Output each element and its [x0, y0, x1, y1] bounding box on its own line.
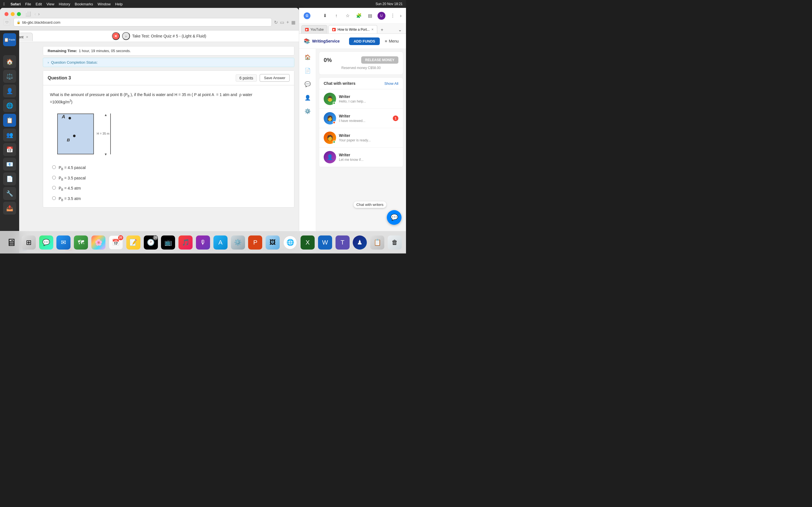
- release-money-button[interactable]: RELEASE MONEY: [361, 56, 398, 64]
- dock-appletv[interactable]: 📺: [160, 235, 176, 250]
- dock-clock[interactable]: 🕐 20: [143, 235, 159, 250]
- service-orders-icon[interactable]: 📄: [302, 65, 313, 76]
- service-writers-icon[interactable]: 👤: [302, 92, 313, 103]
- star-icon[interactable]: ☆: [344, 12, 352, 20]
- dock-reminders[interactable]: 📅 20: [108, 235, 124, 250]
- sidebar-report-icon[interactable]: 📄: [3, 172, 16, 185]
- url-text: bb-gbc.blackboard.com: [22, 20, 60, 24]
- reload-icon[interactable]: ↻: [274, 20, 278, 25]
- radio-opt1[interactable]: [52, 165, 56, 169]
- writer-item-3[interactable]: 🧑 Writer Your paper is ready...: [319, 128, 403, 148]
- tab-howto-close[interactable]: ✕: [371, 28, 373, 31]
- question-status-label: Question Completion Status:: [51, 60, 98, 64]
- menu-button[interactable]: ≡ Menu: [382, 37, 402, 45]
- dock-fileviewer[interactable]: 📋: [369, 235, 385, 250]
- radio-opt3[interactable]: [52, 186, 56, 189]
- back-button[interactable]: ‹: [35, 11, 36, 17]
- sidebar-paste-icon[interactable]: 📋Paste: [3, 33, 16, 46]
- writer-item-1[interactable]: 👨 Writer Hello, I can help...: [319, 89, 403, 109]
- dock-systemprefs[interactable]: ⚙️: [230, 235, 246, 250]
- minimize-window-button[interactable]: [11, 12, 15, 16]
- apple-menu[interactable]: : [3, 2, 5, 6]
- sidebar-upload-icon[interactable]: 📤: [3, 202, 16, 215]
- more-options-icon[interactable]: ⋮: [389, 12, 397, 20]
- dock-notes[interactable]: 📝: [125, 235, 141, 250]
- dock-photos[interactable]: 🌸: [91, 235, 106, 250]
- sidebar-user-icon[interactable]: 👤: [3, 84, 16, 98]
- right-tab-howto[interactable]: ▶ How to Write a Port... ✕: [328, 25, 377, 34]
- download-icon[interactable]: ⬇: [321, 12, 329, 20]
- dock-maps[interactable]: 🗺: [73, 235, 89, 250]
- close-window-button[interactable]: [4, 12, 8, 16]
- fullscreen-window-button[interactable]: [17, 12, 21, 16]
- extension-icon[interactable]: 🧩: [355, 12, 363, 20]
- radio-opt2[interactable]: [52, 176, 56, 179]
- sidebar-toggle-icon[interactable]: ⬜: [26, 11, 31, 17]
- option-4[interactable]: PB = 3.5 atm: [52, 196, 285, 202]
- share-icon[interactable]: ↑: [333, 12, 340, 20]
- save-answer-button[interactable]: Save Answer: [260, 74, 290, 82]
- question-status-bar[interactable]: › Question Completion Status:: [43, 58, 294, 67]
- writer-item-2[interactable]: 👩 Writer I have reviewed... 1: [319, 109, 403, 128]
- add-tab-button[interactable]: +: [378, 26, 386, 34]
- help-menu[interactable]: Help: [115, 2, 123, 6]
- dock-word[interactable]: W: [317, 235, 333, 250]
- history-menu[interactable]: History: [59, 2, 70, 6]
- app-name[interactable]: Safari: [10, 2, 20, 6]
- dock-messages[interactable]: 💬: [38, 235, 54, 250]
- writer-item-4[interactable]: 👤 Writer Let me know if...: [319, 148, 403, 167]
- messenger-fab[interactable]: 💬: [387, 210, 402, 225]
- file-menu[interactable]: File: [25, 2, 31, 6]
- menubar:  Safari File Edit View History Bookmark…: [0, 0, 406, 8]
- sidebar-tools-icon[interactable]: 🔧: [3, 187, 16, 200]
- window-menu[interactable]: Window: [98, 2, 110, 6]
- dock-launchpad[interactable]: ⊞: [21, 235, 37, 250]
- sidebar-calendar-icon[interactable]: 📅: [3, 143, 16, 156]
- close-overlay-button[interactable]: ✕: [112, 32, 120, 40]
- option-2[interactable]: PB = 3.5 pascal: [52, 176, 285, 181]
- tab-close-content[interactable]: ✕: [25, 35, 29, 39]
- sidebar-law-icon[interactable]: ⚖️: [3, 70, 16, 83]
- tab-list-icon[interactable]: ⌄: [396, 25, 404, 34]
- tab-overview-icon[interactable]: ▦: [291, 20, 296, 25]
- sidebar-globe-icon[interactable]: 🌐: [3, 99, 16, 112]
- sidebar-home-icon[interactable]: 🏠: [3, 55, 16, 68]
- user-avatar[interactable]: U: [377, 12, 386, 20]
- dock-steam[interactable]: ♟: [352, 235, 368, 250]
- dock-chrome[interactable]: 🌐: [282, 235, 298, 250]
- dock-music[interactable]: 🎵: [177, 235, 193, 250]
- option-3[interactable]: PB = 4.5 atm: [52, 186, 285, 191]
- right-tab-youtube[interactable]: ▶ YouTube: [301, 25, 327, 34]
- view-menu[interactable]: View: [47, 2, 54, 6]
- sidebar-group-icon[interactable]: 👥: [3, 128, 16, 142]
- radio-opt4[interactable]: [52, 196, 56, 200]
- service-chat-icon[interactable]: 💬: [302, 78, 313, 90]
- service-settings-icon[interactable]: ⚙️: [302, 106, 313, 117]
- share-icon[interactable]: ▭: [280, 20, 284, 25]
- forward-button[interactable]: ›: [38, 11, 40, 17]
- service-home-icon[interactable]: 🏠: [302, 52, 313, 63]
- dock-teams[interactable]: T: [335, 235, 350, 250]
- nav-arrow-button[interactable]: ›: [122, 32, 130, 40]
- dock-trash[interactable]: 🗑: [387, 235, 403, 250]
- edit-menu[interactable]: Edit: [36, 2, 42, 6]
- option-1[interactable]: PB = 4.5 pascal: [52, 165, 285, 171]
- dock-appstore[interactable]: A: [213, 235, 229, 250]
- show-all-button[interactable]: Show All: [384, 81, 398, 86]
- sidebar-document-icon[interactable]: 📋: [3, 114, 16, 127]
- dock-podcasts[interactable]: 🎙: [195, 235, 211, 250]
- dock-powerpoint[interactable]: P: [248, 235, 263, 250]
- add-tab-icon[interactable]: +: [287, 20, 289, 25]
- expand-panel-icon[interactable]: ›: [400, 13, 402, 18]
- bookmarks-menu[interactable]: Bookmarks: [75, 2, 93, 6]
- writer-name-2: Writer: [339, 114, 390, 118]
- sidebar-icon[interactable]: ▤: [366, 12, 374, 20]
- dock-finder[interactable]: 🖥: [3, 235, 19, 250]
- sidebar-mail-icon[interactable]: 📧: [3, 158, 16, 171]
- test-content: Remaining Time: 1 hour, 19 minutes, 05 s…: [38, 43, 299, 244]
- address-bar[interactable]: 🔒 bb-gbc.blackboard.com: [13, 18, 272, 26]
- dock-mail[interactable]: ✉: [56, 235, 71, 250]
- dock-preview[interactable]: 🖼: [265, 235, 281, 250]
- dock-excel[interactable]: X: [300, 235, 315, 250]
- add-funds-button[interactable]: ADD FUNDS: [349, 38, 380, 45]
